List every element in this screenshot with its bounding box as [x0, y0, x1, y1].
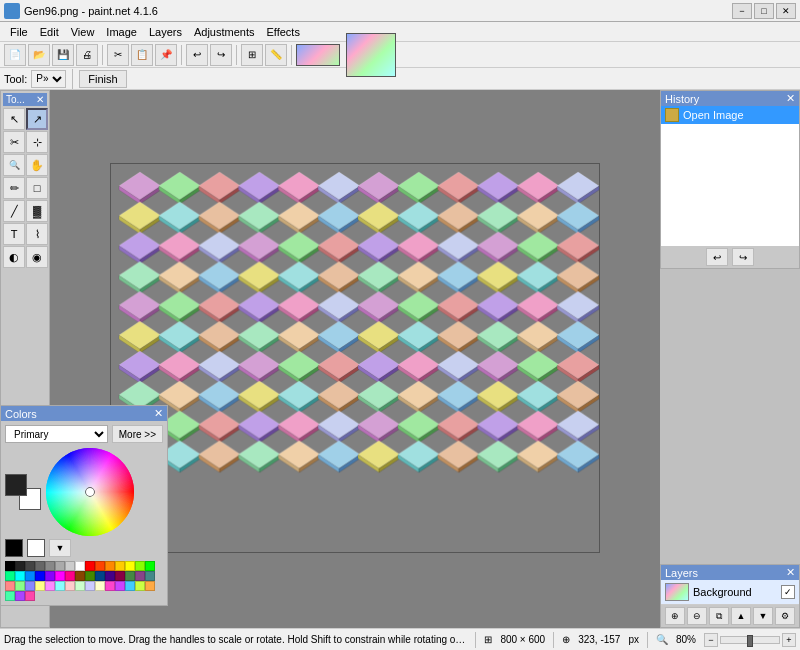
tool-magic-wand[interactable]: ⊹	[26, 131, 48, 153]
color-swatch[interactable]	[15, 581, 25, 591]
paste-button[interactable]: 📌	[155, 44, 177, 66]
move-layer-up-button[interactable]: ▲	[731, 607, 751, 625]
add-layer-button[interactable]: ⊕	[665, 607, 685, 625]
color-swatch[interactable]	[95, 561, 105, 571]
zoom-in-button[interactable]: +	[782, 633, 796, 647]
color-options-button[interactable]: ▼	[49, 539, 71, 557]
white-swatch[interactable]	[27, 539, 45, 557]
history-item-open-image[interactable]: Open Image	[661, 106, 799, 124]
color-swatch[interactable]	[45, 561, 55, 571]
tool-clone[interactable]: ◉	[26, 246, 48, 268]
color-wheel[interactable]	[45, 447, 135, 537]
menu-adjustments[interactable]: Adjustments	[188, 24, 261, 40]
main-thumbnail[interactable]	[346, 33, 396, 77]
tool-lasso[interactable]: ✂	[3, 131, 25, 153]
color-swatch[interactable]	[75, 581, 85, 591]
color-swatch[interactable]	[65, 571, 75, 581]
menu-edit[interactable]: Edit	[34, 24, 65, 40]
zoom-out-button[interactable]: −	[704, 633, 718, 647]
cut-button[interactable]: ✂	[107, 44, 129, 66]
menu-view[interactable]: View	[65, 24, 101, 40]
color-swatch[interactable]	[105, 561, 115, 571]
color-swatch[interactable]	[125, 561, 135, 571]
color-swatch[interactable]	[145, 571, 155, 581]
color-swatch[interactable]	[95, 571, 105, 581]
tool-gradient[interactable]: ◐	[3, 246, 25, 268]
toolbox-close[interactable]: ✕	[36, 94, 44, 105]
tool-select-move[interactable]: ↗	[26, 108, 48, 130]
color-swatch[interactable]	[105, 581, 115, 591]
color-swatch[interactable]	[75, 571, 85, 581]
layer-item-background[interactable]: Background ✓	[661, 580, 799, 605]
color-swatch[interactable]	[5, 581, 15, 591]
fg-color-swatch[interactable]	[5, 474, 27, 496]
tool-pencil[interactable]: ✏	[3, 177, 25, 199]
color-swatch[interactable]	[25, 561, 35, 571]
color-swatch[interactable]	[55, 571, 65, 581]
main-canvas[interactable]	[110, 163, 600, 553]
color-swatch[interactable]	[35, 561, 45, 571]
duplicate-layer-button[interactable]: ⧉	[709, 607, 729, 625]
tool-text[interactable]: T	[3, 223, 25, 245]
color-swatch[interactable]	[25, 571, 35, 581]
tool-zoom[interactable]: 🔍	[3, 154, 25, 176]
color-swatch[interactable]	[125, 581, 135, 591]
menu-file[interactable]: File	[4, 24, 34, 40]
zoom-slider[interactable]	[720, 636, 780, 644]
color-swatch[interactable]	[75, 561, 85, 571]
redo-history-button[interactable]: ↪	[732, 248, 754, 266]
color-swatch[interactable]	[85, 581, 95, 591]
color-swatch[interactable]	[115, 571, 125, 581]
ruler-button[interactable]: 📏	[265, 44, 287, 66]
black-swatch[interactable]	[5, 539, 23, 557]
tool-shapes[interactable]: □	[26, 177, 48, 199]
new-button[interactable]: 📄	[4, 44, 26, 66]
color-swatch[interactable]	[25, 581, 35, 591]
color-swatch[interactable]	[45, 571, 55, 581]
print-button[interactable]: 🖨	[76, 44, 98, 66]
menu-layers[interactable]: Layers	[143, 24, 188, 40]
layer-properties-button[interactable]: ⚙	[775, 607, 795, 625]
color-swatch[interactable]	[115, 561, 125, 571]
copy-button[interactable]: 📋	[131, 44, 153, 66]
color-swatch[interactable]	[25, 591, 35, 601]
tool-pan[interactable]: ✋	[26, 154, 48, 176]
menu-image[interactable]: Image	[100, 24, 143, 40]
close-button[interactable]: ✕	[776, 3, 796, 19]
tool-path[interactable]: ⌇	[26, 223, 48, 245]
color-swatch[interactable]	[125, 571, 135, 581]
color-swatch[interactable]	[15, 591, 25, 601]
color-wheel-container[interactable]	[45, 447, 135, 537]
color-swatch[interactable]	[115, 581, 125, 591]
colors-close[interactable]: ✕	[154, 407, 163, 420]
color-swatch[interactable]	[35, 571, 45, 581]
tool-fill[interactable]: ▓	[26, 200, 48, 222]
redo-button[interactable]: ↪	[210, 44, 232, 66]
grid-button[interactable]: ⊞	[241, 44, 263, 66]
color-swatch[interactable]	[5, 561, 15, 571]
tool-line[interactable]: ╱	[3, 200, 25, 222]
color-swatch[interactable]	[35, 581, 45, 591]
document-thumbnail[interactable]	[296, 44, 340, 66]
finish-button[interactable]: Finish	[79, 70, 126, 88]
undo-history-button[interactable]: ↩	[706, 248, 728, 266]
layers-close[interactable]: ✕	[786, 566, 795, 579]
color-swatch[interactable]	[85, 571, 95, 581]
color-swatch[interactable]	[15, 561, 25, 571]
delete-layer-button[interactable]: ⊖	[687, 607, 707, 625]
color-swatch[interactable]	[135, 571, 145, 581]
color-swatch[interactable]	[65, 561, 75, 571]
color-swatch[interactable]	[15, 571, 25, 581]
color-swatch[interactable]	[5, 591, 15, 601]
layer-visibility-check[interactable]: ✓	[781, 585, 795, 599]
color-swatch[interactable]	[5, 571, 15, 581]
color-mode-selector[interactable]: Primary Secondary	[5, 425, 108, 443]
tool-selector[interactable]: P»	[31, 70, 66, 88]
color-swatch[interactable]	[95, 581, 105, 591]
save-button[interactable]: 💾	[52, 44, 74, 66]
minimize-button[interactable]: −	[732, 3, 752, 19]
color-swatch[interactable]	[55, 581, 65, 591]
open-button[interactable]: 📂	[28, 44, 50, 66]
color-swatch[interactable]	[55, 561, 65, 571]
more-colors-button[interactable]: More >>	[112, 425, 163, 443]
